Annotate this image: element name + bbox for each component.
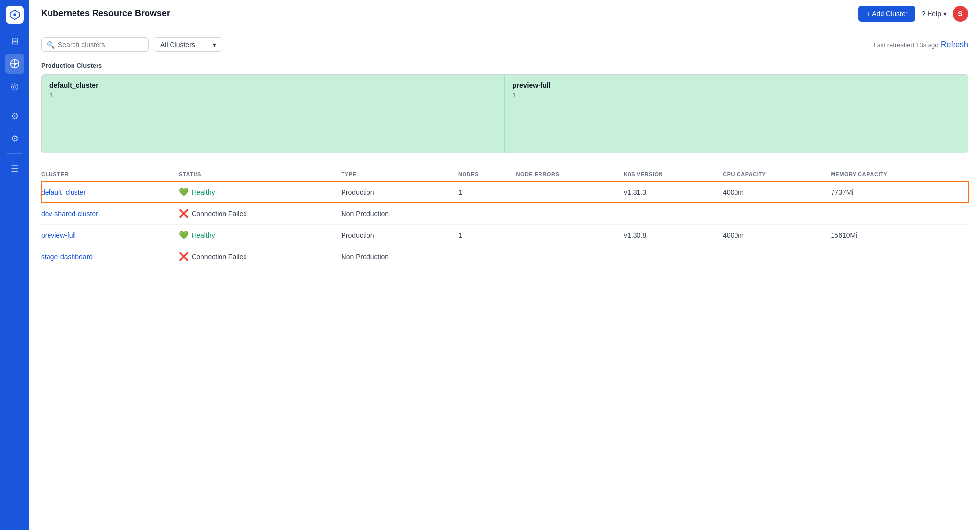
col-nodes: NODES [458, 167, 516, 181]
svg-point-3 [14, 63, 16, 65]
cluster-memory-capacity: 7737Mi [831, 181, 968, 203]
toolbar: 🔍 All Clusters ▾ Last refreshed 13s ago … [41, 37, 968, 52]
clusters-table: CLUSTER STATUS TYPE NODES NODE ERRORS K8… [41, 167, 968, 267]
page-title: Kubernetes Resource Browser [41, 8, 170, 19]
cluster-type: Non Production [342, 246, 458, 268]
chevron-down-icon: ▾ [943, 10, 947, 18]
cluster-memory-capacity [831, 203, 968, 225]
col-type: TYPE [342, 167, 458, 181]
sidebar-item-kubernetes[interactable] [5, 54, 24, 74]
cluster-k8s-version [624, 246, 723, 268]
cluster-cpu-capacity [723, 203, 831, 225]
sidebar-item-monitoring[interactable]: ◎ [5, 76, 24, 96]
search-icon: 🔍 [47, 41, 55, 49]
cluster-cards: default_cluster 1 preview-full 1 [41, 74, 968, 153]
refresh-info: Last refreshed 13s ago Refresh [874, 40, 968, 49]
col-memory: MEMORY CAPACITY [831, 167, 968, 181]
cluster-nodes: 1 [458, 225, 516, 246]
healthy-icon: 💚 [179, 187, 189, 197]
app-logo [6, 6, 24, 24]
sidebar: ⊞ ◎ ⚙ ⚙ ☰ [0, 0, 29, 530]
cluster-cpu-capacity: 4000m [723, 225, 831, 246]
section-title: Production Clusters [41, 62, 968, 69]
cluster-k8s-version: v1.30.8 [624, 225, 723, 246]
cluster-node-errors [516, 203, 624, 225]
cluster-filter-dropdown[interactable]: All Clusters ▾ [154, 37, 222, 52]
search-input[interactable] [58, 41, 144, 49]
sidebar-divider [7, 101, 22, 101]
page-header: Kubernetes Resource Browser + Add Cluste… [29, 0, 980, 27]
cluster-link[interactable]: dev-shared-cluster [41, 210, 98, 218]
table-row[interactable]: default_cluster💚 HealthyProduction1v1.31… [41, 181, 968, 203]
cluster-link[interactable]: preview-full [41, 231, 76, 239]
sidebar-item-settings[interactable]: ⚙ [5, 106, 24, 126]
toolbar-left: 🔍 All Clusters ▾ [41, 37, 222, 52]
avatar[interactable]: S [953, 6, 968, 22]
col-k8s-version: K8S VERSION [624, 167, 723, 181]
status-badge: 💚 Healthy [179, 230, 335, 240]
status-badge: ❌ Connection Failed [179, 252, 335, 261]
cluster-type: Production [342, 225, 458, 246]
search-box[interactable]: 🔍 [41, 37, 149, 52]
cluster-k8s-version [624, 203, 723, 225]
sidebar-item-config[interactable]: ⚙ [5, 129, 24, 149]
failed-icon: ❌ [179, 209, 189, 218]
cluster-card-count: 1 [49, 91, 496, 99]
cluster-card-default[interactable]: default_cluster 1 [42, 75, 505, 153]
sidebar-item-layers[interactable]: ☰ [5, 159, 24, 178]
cluster-link[interactable]: stage-dashboard [41, 253, 93, 261]
status-badge: 💚 Healthy [179, 187, 335, 197]
cluster-memory-capacity: 15610Mi [831, 225, 968, 246]
cluster-node-errors [516, 181, 624, 203]
cluster-type: Production [342, 181, 458, 203]
help-icon: ? [921, 10, 925, 18]
cluster-memory-capacity [831, 246, 968, 268]
table-row[interactable]: dev-shared-cluster❌ Connection FailedNon… [41, 203, 968, 225]
cluster-link[interactable]: default_cluster [41, 188, 86, 196]
col-node-errors: NODE ERRORS [516, 167, 624, 181]
col-cluster: CLUSTER [41, 167, 179, 181]
cluster-nodes: 1 [458, 181, 516, 203]
healthy-icon: 💚 [179, 230, 189, 240]
cluster-card-name: preview-full [513, 81, 960, 89]
cluster-card-count: 1 [513, 91, 960, 99]
status-badge: ❌ Connection Failed [179, 209, 335, 218]
table-row[interactable]: stage-dashboard❌ Connection FailedNon Pr… [41, 246, 968, 268]
failed-icon: ❌ [179, 252, 189, 261]
cluster-card-preview[interactable]: preview-full 1 [505, 75, 968, 153]
cluster-cpu-capacity [723, 246, 831, 268]
table-row[interactable]: preview-full💚 HealthyProduction1v1.30.84… [41, 225, 968, 246]
chevron-down-icon: ▾ [213, 41, 216, 49]
content-area: 🔍 All Clusters ▾ Last refreshed 13s ago … [29, 27, 980, 530]
cluster-nodes [458, 246, 516, 268]
cluster-type: Non Production [342, 203, 458, 225]
add-cluster-button[interactable]: + Add Cluster [858, 6, 915, 22]
help-button[interactable]: ? Help ▾ [921, 10, 947, 18]
cluster-node-errors [516, 246, 624, 268]
refresh-link[interactable]: Refresh [941, 40, 968, 49]
col-status: STATUS [179, 167, 341, 181]
cluster-k8s-version: v1.31.3 [624, 181, 723, 203]
svg-point-1 [13, 13, 16, 16]
cluster-cpu-capacity: 4000m [723, 181, 831, 203]
cluster-card-name: default_cluster [49, 81, 496, 89]
cluster-nodes [458, 203, 516, 225]
sidebar-divider-2 [7, 153, 22, 154]
production-clusters-section: Production Clusters default_cluster 1 pr… [41, 62, 968, 153]
cluster-node-errors [516, 225, 624, 246]
main-area: Kubernetes Resource Browser + Add Cluste… [29, 0, 980, 530]
header-actions: + Add Cluster ? Help ▾ S [858, 6, 968, 22]
sidebar-item-dashboard[interactable]: ⊞ [5, 31, 24, 51]
col-cpu: CPU CAPACITY [723, 167, 831, 181]
